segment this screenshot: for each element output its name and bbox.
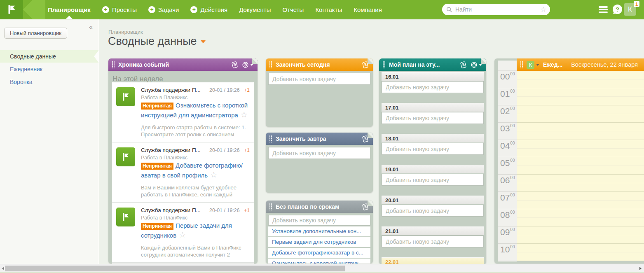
drag-handle-icon[interactable] <box>269 203 272 210</box>
favorites-star-icon[interactable] <box>540 6 547 13</box>
hour-slot[interactable] <box>517 226 644 244</box>
search-input[interactable] <box>455 6 540 13</box>
hour-slot[interactable] <box>517 71 644 88</box>
add-task-input[interactable] <box>382 205 484 217</box>
title-dropdown-caret[interactable] <box>201 40 206 43</box>
notification-badge[interactable]: 1 <box>634 1 639 7</box>
plus-icon[interactable] <box>102 6 109 13</box>
scroll-right-arrow-icon[interactable] <box>639 267 642 270</box>
feed-item[interactable]: Служба поддержки П... 20-01 / 19:26 +1 Р… <box>112 263 254 264</box>
feed-item[interactable]: Служба поддержки П... 20-01 / 19:26 +1 Р… <box>112 203 254 263</box>
sidebar-item[interactable]: Воронка <box>0 76 98 88</box>
nav-item[interactable]: Документы <box>239 0 271 19</box>
sidebar-item[interactable]: Ежедневник <box>0 63 98 75</box>
flag-icon <box>5 3 18 16</box>
add-task-input[interactable] <box>382 143 484 155</box>
help-icon[interactable] <box>613 5 622 14</box>
collapse-sidebar-icon[interactable] <box>89 23 93 31</box>
add-task-input[interactable] <box>268 147 370 159</box>
page-title[interactable]: Сводные данные <box>108 35 206 48</box>
event-feed: Служба поддержки П... 20-01 / 19:26 +1 Р… <box>112 82 254 264</box>
feed-author[interactable]: Служба поддержки П... <box>141 147 206 153</box>
task-link[interactable]: Первые задачи для сотрудников <box>272 239 356 245</box>
feed-action-count[interactable]: +1 <box>244 87 250 93</box>
star-icon[interactable] <box>179 231 186 239</box>
report-icon[interactable] <box>460 61 467 68</box>
chevron-down-icon <box>479 64 482 66</box>
author-avatar[interactable] <box>116 147 135 166</box>
nav-item[interactable]: Компания <box>354 0 382 19</box>
hour-slot[interactable] <box>517 244 644 261</box>
author-avatar[interactable] <box>116 208 135 226</box>
feed-item[interactable]: Служба поддержки П... 20-01 / 19:26 +1 Р… <box>112 142 254 203</box>
hour-slot[interactable] <box>517 140 644 157</box>
drag-handle-icon[interactable] <box>269 135 272 142</box>
menu-burger-icon[interactable] <box>599 6 608 13</box>
calendar-user-avatar[interactable]: К <box>527 61 534 69</box>
add-task-input[interactable] <box>382 236 484 247</box>
report-icon[interactable] <box>231 61 238 68</box>
nav-item[interactable]: Действия <box>190 0 227 19</box>
nav-item-label: Компания <box>354 6 382 13</box>
planfix-logo[interactable] <box>0 0 23 19</box>
nav-item[interactable]: Отчеты <box>283 0 304 19</box>
task-row[interactable]: Ознакомьтесь с короткой инструк... <box>268 259 370 264</box>
week-plan-panel: Мой план на эту... <box>379 58 486 264</box>
view-mode-icon[interactable] <box>242 61 253 68</box>
hour-slot[interactable] <box>517 88 644 105</box>
task-row[interactable]: Добавьте фотографию/аватар в с... <box>268 248 370 258</box>
add-task-input[interactable] <box>268 73 370 85</box>
minutes-label: 00 <box>510 193 515 197</box>
minutes-label: 00 <box>510 106 515 111</box>
nav-item[interactable]: Планировщик <box>48 0 91 19</box>
sidebar-item-label: Ежедневник <box>10 66 42 72</box>
hour-slot[interactable] <box>517 192 644 209</box>
nav-item[interactable]: Контакты <box>315 0 342 19</box>
chevron-down-icon[interactable] <box>536 64 539 66</box>
sidebar-item[interactable]: Сводные данные <box>0 50 98 63</box>
status-badge: Непринятая <box>141 103 173 110</box>
nav-item[interactable]: Задачи <box>148 0 179 19</box>
feed-description: Каждый добавленный Вами в ПланФикс сотру… <box>141 244 250 259</box>
task-row[interactable]: Установите дополнительные кон... <box>268 226 370 236</box>
author-avatar[interactable] <box>116 87 135 106</box>
feed-author[interactable]: Служба поддержки П... <box>141 87 206 93</box>
day-group: 19.01 <box>382 163 484 186</box>
drag-handle-icon[interactable] <box>269 61 272 68</box>
hour-slot[interactable] <box>517 157 644 175</box>
task-link[interactable]: Установите дополнительные кон... <box>272 228 361 234</box>
feed-author[interactable]: Служба поддержки П... <box>141 207 206 213</box>
new-planner-button[interactable]: Новый планировщик <box>4 28 67 39</box>
panel-title: Хроника событий <box>118 61 227 68</box>
scrollbar-thumb[interactable] <box>5 266 345 271</box>
star-icon[interactable] <box>241 110 248 119</box>
task-link[interactable]: Ознакомьтесь с короткой инструк... <box>272 260 363 264</box>
add-task-input[interactable] <box>382 174 484 186</box>
user-avatar[interactable]: К 1 <box>624 3 636 16</box>
drag-handle-icon[interactable] <box>112 61 115 68</box>
horizontal-scrollbar[interactable] <box>0 264 644 272</box>
feed-project: Работа в ПланФикс <box>141 95 250 100</box>
drag-handle-icon[interactable] <box>382 61 386 68</box>
view-mode-icon[interactable] <box>471 61 482 68</box>
calendar-grid[interactable] <box>517 71 644 261</box>
hour-slot[interactable] <box>517 105 644 123</box>
search-box[interactable] <box>442 4 550 15</box>
nav-item[interactable]: Проекты <box>102 0 137 19</box>
task-link[interactable]: Добавьте фотографию/аватар в с... <box>272 250 363 256</box>
plus-icon[interactable] <box>190 6 197 13</box>
add-task-input[interactable] <box>268 215 370 226</box>
plus-icon[interactable] <box>148 6 155 13</box>
feed-item[interactable]: Служба поддержки П... 20-01 / 19:26 +1 Р… <box>112 82 254 142</box>
hour-slot[interactable] <box>517 175 644 192</box>
star-icon[interactable] <box>210 170 217 179</box>
hour-slot[interactable] <box>517 123 644 140</box>
feed-action-count[interactable]: +1 <box>244 208 250 213</box>
hour-slot[interactable] <box>517 209 644 226</box>
scroll-left-arrow-icon[interactable] <box>2 267 4 270</box>
drag-handle-icon[interactable] <box>520 61 523 68</box>
add-task-input[interactable] <box>382 81 484 93</box>
task-row[interactable]: Первые задачи для сотрудников <box>268 237 370 247</box>
add-task-input[interactable] <box>382 112 484 124</box>
feed-action-count[interactable]: +1 <box>244 147 250 153</box>
